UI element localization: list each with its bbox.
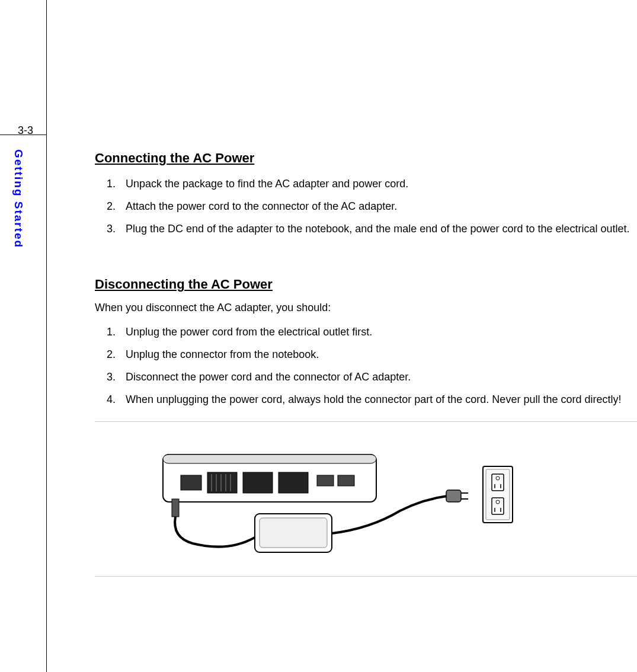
disconnecting-section: Disconnecting the AC Power When you disc…: [95, 277, 637, 411]
list-item: Disconnect the power cord and the connec…: [107, 366, 637, 389]
svg-rect-16: [446, 490, 461, 502]
chapter-label: Getting Started: [12, 149, 25, 248]
svg-rect-9: [243, 472, 273, 493]
list-item: Unplug the power cord from the electrica…: [107, 321, 637, 344]
ac-power-illustration: [151, 440, 524, 564]
separator-line: [95, 421, 637, 422]
svg-rect-12: [338, 475, 354, 486]
page-divider-line: [46, 0, 47, 672]
disconnecting-ac-power-heading: Disconnecting the AC Power: [95, 277, 637, 292]
list-item: Unplug the connector from the notebook.: [107, 344, 637, 366]
separator-line: [95, 576, 637, 577]
list-item: Plug the DC end of the adapter to the no…: [107, 218, 637, 241]
svg-rect-15: [260, 518, 327, 548]
svg-rect-2: [181, 475, 201, 490]
disconnecting-intro: When you disconnect the AC adapter, you …: [95, 299, 637, 316]
list-item: Attach the power cord to the connector o…: [107, 196, 637, 218]
svg-rect-11: [317, 475, 334, 486]
page-number: 3-3: [18, 124, 33, 137]
main-content: Connecting the AC Power Unpack the packa…: [95, 151, 637, 577]
svg-rect-10: [279, 472, 308, 493]
disconnecting-steps-list: Unplug the power cord from the electrica…: [95, 321, 637, 411]
list-item: Unpack the package to find the AC adapte…: [107, 173, 637, 196]
connecting-steps-list: Unpack the package to find the AC adapte…: [95, 173, 637, 240]
connecting-ac-power-heading: Connecting the AC Power: [95, 151, 637, 166]
svg-rect-13: [172, 499, 179, 517]
list-item: When unplugging the power cord, always h…: [107, 389, 637, 411]
svg-rect-1: [163, 455, 376, 463]
